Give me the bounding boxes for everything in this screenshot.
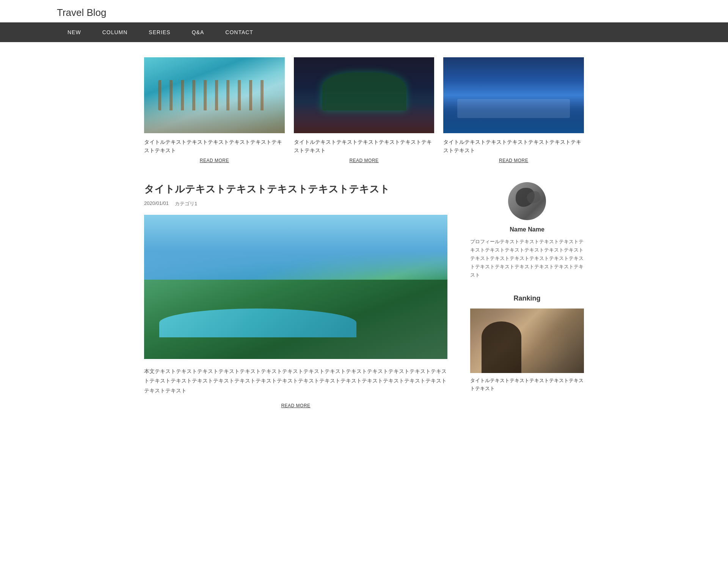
featured-card-3-image <box>443 57 584 133</box>
profile-name: Name Name <box>470 226 584 233</box>
article-image-pool-overlay <box>159 309 356 337</box>
featured-card-1: タイトルテキストテキストテキストテキストテキストテキストテキスト READ MO… <box>144 57 285 163</box>
site-header: Travel Blog <box>0 0 728 22</box>
ranking-card-title: タイトルテキストテキストテキストテキストテキストテキスト <box>470 377 584 393</box>
article-body: 本文テキストテキストテキストテキストテキストテキストテキストテキストテキストテキ… <box>144 367 447 395</box>
main-content: タイトルテキストテキストテキストテキストテキストテキストテキスト READ MO… <box>136 42 592 423</box>
ranking-card-image <box>470 309 584 373</box>
featured-card-1-read-more[interactable]: READ MORE <box>144 158 285 163</box>
featured-card-2-title: タイトルテキストテキストテキストテキストテキストテキストテキスト <box>294 138 435 155</box>
profile-bio: プロフィールテキストテキストテキストテキストテキストテキストテキストテキストテキ… <box>470 238 584 279</box>
article-title: タイトルテキストテキストテキストテキストテキスト <box>144 182 447 196</box>
article-read-more[interactable]: READ MORE <box>144 403 447 408</box>
nav-item-column[interactable]: COLUMN <box>92 22 138 42</box>
featured-grid: タイトルテキストテキストテキストテキストテキストテキストテキスト READ MO… <box>144 57 584 163</box>
sidebar: Name Name プロフィールテキストテキストテキストテキストテキストテキスト… <box>470 182 584 408</box>
featured-card-2-image <box>294 57 435 133</box>
nav-item-series[interactable]: SERIES <box>138 22 181 42</box>
featured-card-3-read-more[interactable]: READ MORE <box>443 158 584 163</box>
main-layout: タイトルテキストテキストテキストテキストテキスト 2020/01/01 カテゴリ… <box>144 182 584 408</box>
ranking-title: Ranking <box>470 294 584 302</box>
article-image <box>144 215 447 359</box>
featured-card-2-read-more[interactable]: READ MORE <box>294 158 435 163</box>
main-nav: NEW COLUMN SERIES Q&A CONTACT <box>0 22 728 42</box>
profile-section: Name Name プロフィールテキストテキストテキストテキストテキストテキスト… <box>470 182 584 279</box>
nav-item-qa[interactable]: Q&A <box>181 22 215 42</box>
main-article: タイトルテキストテキストテキストテキストテキスト 2020/01/01 カテゴリ… <box>144 182 447 408</box>
article-date: 2020/01/01 <box>144 200 169 207</box>
featured-card-1-image <box>144 57 285 133</box>
featured-card-3: タイトルテキストテキストテキストテキストテキストテキストテキスト READ MO… <box>443 57 584 163</box>
featured-card-2: タイトルテキストテキストテキストテキストテキストテキストテキスト READ MO… <box>294 57 435 163</box>
featured-card-1-title: タイトルテキストテキストテキストテキストテキストテキストテキスト <box>144 138 285 155</box>
nav-item-contact[interactable]: CONTACT <box>215 22 264 42</box>
ranking-section: Ranking タイトルテキストテキストテキストテキストテキストテキスト <box>470 294 584 393</box>
site-title: Travel Blog <box>57 7 671 19</box>
featured-card-3-title: タイトルテキストテキストテキストテキストテキストテキストテキスト <box>443 138 584 155</box>
nav-item-new[interactable]: NEW <box>57 22 92 42</box>
profile-avatar <box>508 182 546 220</box>
article-category: カテゴリ1 <box>175 200 197 207</box>
article-meta: 2020/01/01 カテゴリ1 <box>144 200 447 207</box>
